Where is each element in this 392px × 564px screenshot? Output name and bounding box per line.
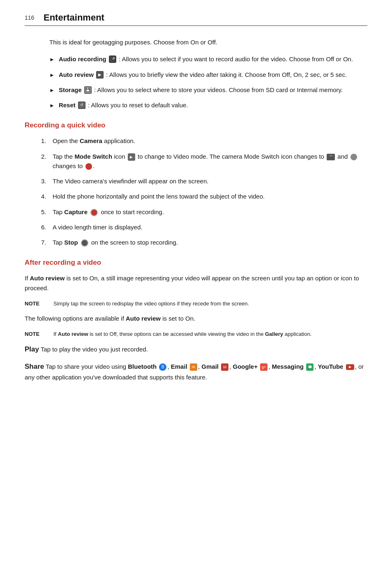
step-6: 6. A video length timer is displayed. xyxy=(41,222,367,232)
note-text-1: Simply tap the screen to redisplay the v… xyxy=(53,300,367,308)
bullet-label-auto-review: Auto review xyxy=(59,71,95,78)
share-block: Share Tap to share your video using Blue… xyxy=(25,361,367,383)
note-text-2: If Auto review is set to Off, these opti… xyxy=(53,330,367,338)
step-num-5: 5. xyxy=(41,207,53,217)
bullet-desc-storage: : Allows you to select where to store yo… xyxy=(94,86,343,93)
bullet-list: ► Audio recording 🎤 : Allows you to sele… xyxy=(49,54,367,110)
reset-icon: ↺ xyxy=(78,102,85,109)
step-text-4: Hold the phone horizontally and point th… xyxy=(53,192,367,201)
section2-heading: After recording a video xyxy=(25,259,367,267)
capture-icon xyxy=(90,209,98,216)
storage-icon: 💾 xyxy=(84,86,92,94)
film-icon: ▶ xyxy=(96,71,104,79)
play-block: Play Tap to play the video you just reco… xyxy=(25,344,367,355)
step-text-3: The Video camera's viewfinder will appea… xyxy=(53,176,367,186)
bluetooth-icon: B xyxy=(159,363,166,371)
camera-icon-video: 🎬 xyxy=(327,154,335,160)
step-text-7: Tap Stop on the screen to stop recording… xyxy=(53,238,367,247)
step-text-6: A video length timer is displayed. xyxy=(53,222,367,232)
step-3: 3. The Video camera's viewfinder will ap… xyxy=(41,176,367,186)
email-icon: ✉ xyxy=(190,363,197,371)
bullet-desc-audio: : Allows you to select if you want to re… xyxy=(119,55,353,62)
note-2: NOTE If Auto review is set to Off, these… xyxy=(25,330,367,338)
bullet-label-storage: Storage xyxy=(59,86,83,93)
bullet-arrow-3: ► xyxy=(49,86,55,95)
page-number: 116 xyxy=(25,14,40,21)
step-num-4: 4. xyxy=(41,192,53,201)
play-text: Tap to play the video you just recorded. xyxy=(41,346,148,353)
bullet-text-4: Reset ↺ : Allows you to reset to default… xyxy=(59,100,367,110)
youtube-icon: ▶ xyxy=(346,364,354,370)
step-num-2: 2. xyxy=(41,152,53,161)
step-4: 4. Hold the phone horizontally and point… xyxy=(41,192,367,201)
step-num-3: 3. xyxy=(41,176,53,186)
step-num-1: 1. xyxy=(41,136,53,146)
step-text-2: Tap the Mode Switch icon ▶ to change to … xyxy=(53,152,367,171)
mode-switch-icon: ▶ xyxy=(128,153,135,161)
gmail-icon: M xyxy=(221,363,228,371)
bullet-arrow-2: ► xyxy=(49,71,55,79)
step-text-5: Tap Capture once to start recording. xyxy=(53,207,367,217)
step-num-6: 6. xyxy=(41,222,53,232)
note-label-1: NOTE xyxy=(25,300,53,308)
bullet-text-3: Storage 💾 : Allows you to select where t… xyxy=(59,85,367,95)
bullet-arrow-1: ► xyxy=(49,55,55,64)
step-2: 2. Tap the Mode Switch icon ▶ to change … xyxy=(41,152,367,171)
bullet-auto-review: ► Auto review ▶ : Allows you to briefly … xyxy=(49,70,367,79)
section1-heading: Recording a quick video xyxy=(25,121,367,129)
page-content: 116 Entertainment This is ideal for geot… xyxy=(0,0,392,564)
bullet-audio-recording: ► Audio recording 🎤 : Allows you to sele… xyxy=(49,54,367,64)
bullet-text-1: Audio recording 🎤 : Allows you to select… xyxy=(59,54,367,64)
following-options-text: The following options are available if A… xyxy=(25,314,367,324)
page-title: Entertainment xyxy=(44,12,104,23)
note-1: NOTE Simply tap the screen to redisplay … xyxy=(25,300,367,308)
note-label-2: NOTE xyxy=(25,330,53,338)
bullet-reset: ► Reset ↺ : Allows you to reset to defau… xyxy=(49,100,367,110)
intro-text: This is ideal for geotagging purposes. C… xyxy=(49,37,367,47)
messaging-icon: 💬 xyxy=(306,363,314,371)
play-label: Play xyxy=(25,345,39,353)
step-7: 7. Tap Stop on the screen to stop record… xyxy=(41,238,367,247)
googleplus-icon: g+ xyxy=(260,363,267,371)
bullet-text-2: Auto review ▶ : Allows you to briefly vi… xyxy=(59,70,367,79)
bullet-desc-reset: : Allows you to reset to default value. xyxy=(88,102,188,109)
bullet-arrow-4: ► xyxy=(49,102,55,110)
bullet-label-audio: Audio recording xyxy=(59,55,108,62)
step-num-7: 7. xyxy=(41,238,53,247)
camera-icon-circle xyxy=(350,154,357,160)
numbered-list-1: 1. Open the Camera application. 2. Tap t… xyxy=(41,136,367,247)
share-text: Tap to share your video using Bluetooth … xyxy=(25,363,364,381)
camera-icon-dot xyxy=(85,163,92,170)
bullet-label-reset: Reset xyxy=(59,102,77,109)
page-header: 116 Entertainment xyxy=(25,12,367,26)
microphone-icon: 🎤 xyxy=(109,55,116,63)
step-1: 1. Open the Camera application. xyxy=(41,136,367,146)
bullet-storage: ► Storage 💾 : Allows you to select where… xyxy=(49,85,367,95)
bullet-desc-auto-review: : Allows you to briefly view the video a… xyxy=(106,71,347,78)
section2-intro: If Auto review is set to On, a still ima… xyxy=(25,273,367,293)
stop-icon xyxy=(81,239,88,247)
step-5: 5. Tap Capture once to start recording. xyxy=(41,207,367,217)
step-text-1: Open the Camera application. xyxy=(53,136,367,146)
share-label: Share xyxy=(25,363,44,370)
